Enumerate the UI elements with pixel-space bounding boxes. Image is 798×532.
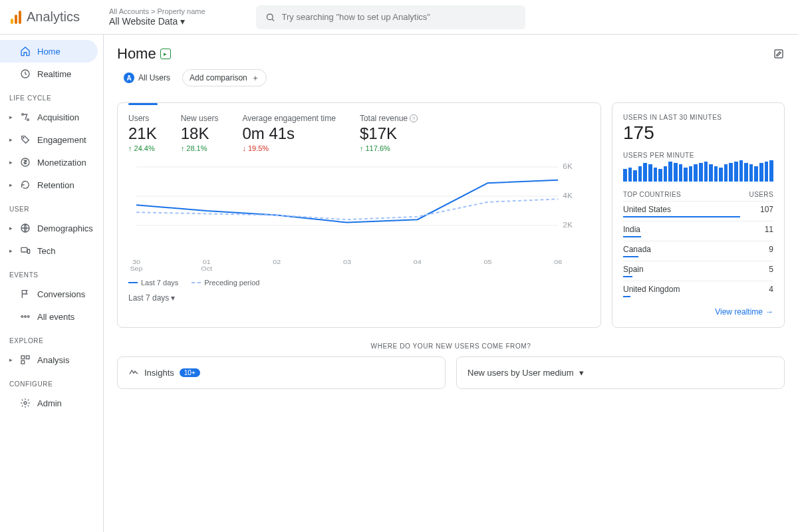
realtime-value: 175 xyxy=(623,122,773,144)
page-title: Home ▸ xyxy=(117,45,171,63)
gear-icon xyxy=(20,398,31,408)
svg-text:05: 05 xyxy=(483,259,491,265)
home-icon xyxy=(20,46,31,57)
nav-monetization[interactable]: ▸ Monetization xyxy=(0,151,103,174)
stat-label: New users xyxy=(181,114,219,123)
view-realtime-link[interactable]: View realtime → xyxy=(623,307,773,317)
flag-icon xyxy=(20,289,31,299)
nav-label: Realtime xyxy=(37,69,71,79)
nav-conversions[interactable]: Conversions xyxy=(0,283,103,305)
spark-bar xyxy=(654,168,658,182)
svg-text:03: 03 xyxy=(343,259,351,265)
breadcrumb: All Accounts > Property name xyxy=(109,7,205,15)
all-users-chip[interactable]: A All Users xyxy=(117,69,177,86)
spark-bar xyxy=(694,164,698,182)
verified-icon: ▸ xyxy=(160,49,171,59)
customize-icon[interactable] xyxy=(773,48,785,60)
search-icon xyxy=(265,12,275,23)
stat-1[interactable]: New users 18K ↑ 28.1% xyxy=(181,114,219,152)
nav-retention[interactable]: ▸ Retention xyxy=(0,174,103,196)
new-users-label: New users by User medium xyxy=(467,368,574,378)
nav-tech[interactable]: ▸ Tech xyxy=(0,239,103,262)
country-bar xyxy=(623,236,641,237)
svg-rect-8 xyxy=(21,247,27,252)
svg-line-1 xyxy=(272,19,274,21)
svg-point-3 xyxy=(22,114,24,116)
search-bar[interactable] xyxy=(256,5,526,29)
stat-3[interactable]: Total revenue? $17K ↑ 117.6% xyxy=(360,114,418,152)
date-range-selector[interactable]: Last 7 days ▾ xyxy=(128,293,175,303)
nav-engagement[interactable]: ▸ Engagement xyxy=(0,128,103,151)
spark-bar xyxy=(684,168,688,182)
stat-value: 0m 41s xyxy=(242,124,336,143)
app-header: Analytics All Accounts > Property name A… xyxy=(0,0,798,35)
stat-delta: ↓ 19.5% xyxy=(242,144,336,152)
insights-card[interactable]: Insights 10+ xyxy=(117,356,446,389)
nav-label: Retention xyxy=(37,180,74,190)
legend-preceding: Preceding period xyxy=(192,279,259,287)
svg-rect-17 xyxy=(775,50,783,58)
nav-realtime[interactable]: Realtime xyxy=(0,63,103,85)
nav-demographics[interactable]: ▸ Demographics xyxy=(0,217,103,239)
nav-home[interactable]: Home xyxy=(0,40,98,63)
stat-2[interactable]: Average engagement time 0m 41s ↓ 19.5% xyxy=(242,114,336,152)
section-question: WHERE DO YOUR NEW USERS COME FROM? xyxy=(117,342,785,350)
realtime-card: USERS IN LAST 30 MINUTES 175 USERS PER M… xyxy=(612,102,785,328)
insights-label: Insights xyxy=(144,368,174,378)
country-row: United Kingdom4 xyxy=(623,281,773,301)
stat-value: $17K xyxy=(360,124,418,143)
help-icon[interactable]: ? xyxy=(410,114,418,122)
svg-text:30: 30 xyxy=(132,259,140,265)
country-row: Canada9 xyxy=(623,241,773,261)
insights-icon xyxy=(128,366,139,379)
svg-rect-13 xyxy=(21,356,25,359)
spark-bar xyxy=(664,166,668,182)
country-row: United States107 xyxy=(623,201,773,221)
nav-admin[interactable]: Admin xyxy=(0,392,103,414)
chevron-right-icon: ▸ xyxy=(9,225,13,231)
country-users: 11 xyxy=(765,225,773,234)
property-name[interactable]: All Website Data ▾ xyxy=(109,16,205,27)
chip-label: All Users xyxy=(138,73,170,82)
spark-bar xyxy=(754,166,758,182)
account-selector[interactable]: All Accounts > Property name All Website… xyxy=(109,7,205,27)
devices-icon xyxy=(20,245,31,256)
nav-all-events[interactable]: All events xyxy=(0,305,103,328)
plus-icon: ＋ xyxy=(251,72,259,84)
logo[interactable]: Analytics xyxy=(11,9,98,25)
nav-label: Home xyxy=(37,47,61,57)
nav-acquisition[interactable]: ▸ Acquisition xyxy=(0,106,103,128)
spark-bar xyxy=(668,162,672,182)
users-per-minute-spark xyxy=(623,160,773,182)
comparison-filters: A All Users Add comparison ＋ xyxy=(117,69,785,86)
chevron-down-icon: ▾ xyxy=(171,293,175,303)
spark-bar xyxy=(724,164,728,182)
nav-section-configure: CONFIGURE xyxy=(0,371,103,392)
add-comparison-button[interactable]: Add comparison ＋ xyxy=(182,69,267,86)
realtime-title: USERS IN LAST 30 MINUTES xyxy=(623,114,773,121)
search-input[interactable] xyxy=(282,12,517,22)
spark-bar xyxy=(699,163,703,182)
stats-row: Users 21K ↑ 24.4%New users 18K ↑ 28.1%Av… xyxy=(128,114,590,152)
country-name: India xyxy=(623,225,640,234)
svg-text:4K: 4K xyxy=(563,192,573,200)
country-users: 9 xyxy=(769,245,773,254)
country-bar xyxy=(623,256,638,257)
spark-bar xyxy=(674,163,678,182)
stat-0[interactable]: Users 21K ↑ 24.4% xyxy=(128,114,157,152)
nav-section-explore: EXPLORE xyxy=(0,328,103,348)
spark-bar xyxy=(704,162,708,182)
chevron-right-icon: ▸ xyxy=(9,136,13,143)
country-name: Spain xyxy=(623,265,644,274)
globe-icon xyxy=(20,223,31,233)
country-users: 4 xyxy=(769,285,773,294)
new-users-card[interactable]: New users by User medium ▾ xyxy=(456,356,785,389)
nav-analysis[interactable]: ▸ Analysis xyxy=(0,348,103,371)
spark-bar xyxy=(734,162,738,182)
nav-label: Acquisition xyxy=(37,112,79,122)
spark-bar xyxy=(714,166,718,182)
svg-point-5 xyxy=(23,138,24,138)
chart-legend: Last 7 days Preceding period xyxy=(128,279,590,287)
main-content: Home ▸ A All Users Add comparison ＋ Us xyxy=(104,35,798,532)
spark-title: USERS PER MINUTE xyxy=(623,152,773,159)
